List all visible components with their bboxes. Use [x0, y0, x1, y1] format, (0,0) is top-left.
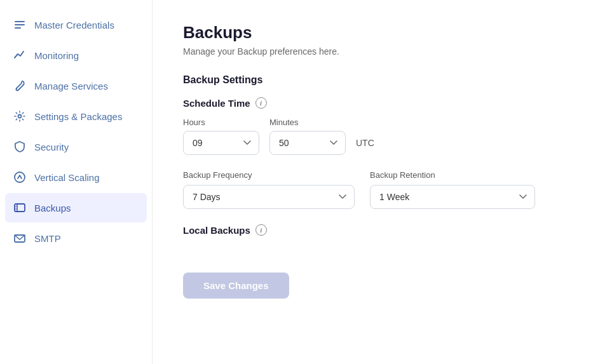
hours-group: Hours 00 01 02 03 04 05 06 07 08 09 10 1… — [183, 118, 259, 155]
arrow-up-icon — [13, 170, 27, 184]
backup-frequency-group: Backup Frequency 1 Day 3 Days 7 Days 14 … — [183, 170, 355, 209]
utc-label: UTC — [356, 138, 374, 155]
sidebar-item-label: Settings & Packages — [34, 111, 122, 122]
backup-frequency-select[interactable]: 1 Day 3 Days 7 Days 14 Days 30 Days — [183, 185, 355, 209]
schedule-time-label: Schedule Time i — [183, 97, 581, 109]
sidebar-item-label: Master Credentials — [34, 20, 114, 30]
svg-point-4 — [18, 115, 22, 118]
sidebar-item-label: SMTP — [34, 233, 61, 244]
backup-retention-select[interactable]: 1 Day 3 Days 1 Week 2 Weeks 1 Month — [370, 185, 535, 209]
sidebar-item-label: Backups — [34, 203, 71, 213]
hours-select[interactable]: 00 01 02 03 04 05 06 07 08 09 10 11 12 1… — [183, 131, 259, 155]
svg-rect-6 — [15, 204, 25, 212]
minutes-group: Minutes 00 10 20 30 40 50 — [269, 118, 346, 155]
sidebar-item-label: Manage Services — [34, 81, 108, 91]
save-changes-button[interactable]: Save Changes — [183, 273, 289, 299]
hours-label: Hours — [183, 118, 259, 127]
backup-retention-label: Backup Retention — [370, 170, 535, 180]
backup-frequency-label: Backup Frequency — [183, 170, 355, 180]
sidebar-item-monitoring[interactable]: Monitoring — [0, 41, 152, 70]
page-subtitle: Manage your Backup preferences here. — [183, 46, 581, 57]
svg-rect-0 — [15, 21, 25, 22]
svg-rect-2 — [15, 27, 21, 29]
chart-icon — [13, 48, 27, 62]
schedule-time-info-icon[interactable]: i — [255, 97, 267, 109]
svg-rect-1 — [15, 24, 25, 25]
svg-point-3 — [16, 88, 17, 90]
local-backups-label: Local Backups i — [183, 224, 581, 236]
minutes-select[interactable]: 00 10 20 30 40 50 — [269, 131, 346, 155]
sidebar-item-label: Security — [34, 142, 69, 152]
backup-settings-title: Backup Settings — [183, 74, 581, 86]
svg-point-5 — [15, 172, 25, 182]
sidebar-item-settings-packages[interactable]: Settings & Packages — [0, 102, 152, 131]
sidebar-item-label: Monitoring — [34, 50, 79, 61]
menu-icon — [13, 18, 27, 32]
local-backups-info-icon[interactable]: i — [255, 224, 267, 236]
minutes-label: Minutes — [269, 118, 346, 127]
sidebar-item-vertical-scaling[interactable]: Vertical Scaling — [0, 163, 152, 192]
wrench-icon — [13, 79, 27, 93]
sidebar-item-backups[interactable]: Backups — [5, 193, 147, 222]
backups-icon — [13, 201, 27, 215]
sidebar-item-manage-services[interactable]: Manage Services — [0, 71, 152, 100]
local-backups-section: Local Backups i — [183, 224, 581, 255]
backup-retention-group: Backup Retention 1 Day 3 Days 1 Week 2 W… — [370, 170, 535, 209]
settings-icon — [13, 109, 27, 123]
main-content: Backups Manage your Backup preferences h… — [153, 0, 612, 364]
sidebar: Master Credentials Monitoring Manage Ser… — [0, 0, 153, 364]
schedule-time-row: Hours 00 01 02 03 04 05 06 07 08 09 10 1… — [183, 118, 581, 155]
svg-point-8 — [15, 206, 17, 207]
frequency-retention-row: Backup Frequency 1 Day 3 Days 7 Days 14 … — [183, 170, 581, 209]
page-title: Backups — [183, 23, 581, 43]
sidebar-item-master-credentials[interactable]: Master Credentials — [0, 10, 152, 39]
sidebar-item-smtp[interactable]: SMTP — [0, 224, 152, 253]
sidebar-item-security[interactable]: Security — [0, 132, 152, 161]
svg-point-9 — [15, 208, 17, 210]
sidebar-item-label: Vertical Scaling — [34, 172, 100, 183]
mail-icon — [13, 231, 27, 245]
shield-icon — [13, 140, 27, 154]
